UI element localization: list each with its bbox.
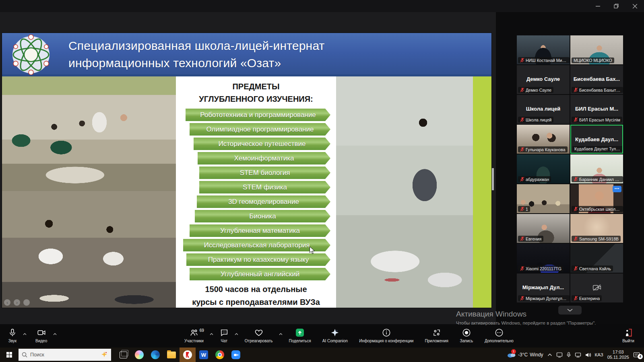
slideshow-nav-controls: ‹ ›: [4, 299, 30, 306]
participant-name-tile[interactable]: БИЛ Ерасыл М...БИЛ Ерасыл Мүсілім: [570, 95, 623, 124]
subject-arrow: 3D геомоделирование: [197, 195, 330, 208]
participant-video-tile[interactable]: Евгения: [517, 214, 570, 243]
toolbar-video-chevron[interactable]: [53, 330, 57, 337]
participant-video-tile[interactable]: 1: [517, 184, 570, 213]
taskbar-weather[interactable]: 1 -3°C Windy: [507, 352, 543, 358]
participant-name: Кудабаев Даул...: [571, 136, 622, 142]
toolbar-audio-chevron[interactable]: [23, 330, 27, 337]
restore-button[interactable]: [607, 0, 625, 12]
participant-name-tile[interactable]: Бисенбаева Бах...Бисенбаева Бахытгуль: [570, 65, 623, 94]
participant-video-tile[interactable]: •••Октябрьская школа,...: [570, 184, 623, 213]
taskbar-app-file-explorer[interactable]: [163, 348, 180, 362]
taskbar-app-edge[interactable]: [147, 348, 163, 362]
participant-name-tile[interactable]: Кудабаев Даул...Кудабаев Даулет Тулеу...: [570, 125, 623, 154]
participant-label: Кудабаев Даулет Тулеу...: [572, 146, 623, 152]
muted-mic-icon: [520, 266, 524, 271]
taskbar-search-box[interactable]: Поиск: [19, 349, 111, 361]
minimize-button[interactable]: [588, 0, 607, 12]
toolbar-chat-chevron[interactable]: [235, 330, 238, 337]
participant-video-tile[interactable]: МЦИОКО МЦИОКО: [570, 35, 623, 64]
participant-name-tile[interactable]: Демко СаулеДемко Сауле: [517, 65, 570, 94]
toolbar-chat-button[interactable]: Чат: [217, 324, 236, 346]
muted-mic-icon: [520, 87, 524, 93]
taskbar-app-zoom-app[interactable]: [228, 348, 244, 362]
taskbar-app-chrome[interactable]: [212, 348, 228, 362]
toolbar-audio-button[interactable]: Звук: [6, 324, 24, 346]
taskbar-app-word[interactable]: [196, 348, 212, 362]
subject-arrow: Углубленный английский: [190, 268, 330, 280]
toolbar-react-button[interactable]: Отреагировать: [242, 324, 280, 346]
participant-video-tile[interactable]: Xiaomi 2201117TG: [517, 244, 570, 273]
toolbar-more-button[interactable]: Дополнительно: [482, 324, 516, 346]
participant-name: Школа лицей: [517, 106, 570, 112]
participants-panel: НИШ Костанай Мии...МЦИОКО МЦИОКОДемко Са…: [496, 12, 644, 324]
close-button[interactable]: [625, 0, 644, 12]
participant-label-text: Евгения: [526, 237, 541, 241]
slide-next-button[interactable]: ›: [14, 299, 20, 306]
chrome-icon: [215, 350, 224, 359]
slide-prev-button[interactable]: ‹: [4, 299, 10, 306]
toolbar-apps-button[interactable]: Приложения: [422, 324, 451, 346]
toolbar-participants-label: Участники: [184, 339, 204, 343]
toolbar-info-button[interactable]: Информация о конференции: [357, 324, 416, 346]
participant-label: Октябрьская школа,...: [572, 206, 623, 212]
participant-label-text: Міржақып Дулатұлы...: [526, 296, 568, 301]
participant-video-tile[interactable]: Светлана Кайль: [570, 244, 623, 273]
participant-label: Бисенбаева Бахытгуль: [572, 87, 623, 93]
participant-label-text: БИЛ Ерасыл Мүсілім: [579, 117, 620, 122]
participant-label-text: МЦИОКО МЦИОКО: [574, 58, 612, 63]
participant-label-text: Школа лицей: [526, 117, 551, 122]
shared-screen-area: Специализированная школа-лицей-интернат …: [0, 12, 644, 324]
toolbar-ai-button[interactable]: AI Companion: [320, 324, 350, 346]
participant-name-tile[interactable]: Школа лицейШкола лицей: [517, 95, 570, 124]
muted-mic-icon: [574, 206, 578, 212]
participant-video-tile[interactable]: Баранник Даниил Кр...: [570, 154, 623, 183]
chevron-down-icon: [567, 309, 573, 312]
toolbar-video-button[interactable]: Видео: [33, 324, 54, 346]
notification-center-button[interactable]: 4: [633, 352, 640, 358]
participant-video-tile[interactable]: Гульнара Кауканова: [517, 125, 570, 154]
participant-label-text: НИШ Костанай Мии...: [526, 58, 568, 63]
toolbar-participants-chevron[interactable]: [210, 330, 213, 337]
toolbar-participants-button[interactable]: 69Участники: [182, 324, 211, 346]
slide-body: ПРЕДМЕТЫ УГЛУБЛЕННОГО ИЗУЧЕНИЯ: Робототе…: [2, 76, 491, 308]
subjects-column: ПРЕДМЕТЫ УГЛУБЛЕННОГО ИЗУЧЕНИЯ: Робототе…: [176, 76, 336, 308]
participant-camera-off-tile[interactable]: Екатерина: [570, 274, 623, 302]
tray-microphone-icon[interactable]: [567, 352, 571, 358]
slide-pen-button[interactable]: [23, 299, 30, 306]
taskbar-app-task-view[interactable]: [115, 348, 131, 362]
shared-screen-scrollbar[interactable]: [492, 168, 494, 190]
participant-name-tile[interactable]: Міржақып Дул...Міржақып Дулатұлы...: [517, 274, 570, 302]
toolbar-react-chevron[interactable]: [279, 330, 283, 337]
start-button[interactable]: [0, 348, 19, 362]
toolbar-left-group: ЗвукВидео: [6, 324, 54, 346]
muted-mic-icon: [520, 117, 524, 122]
taskbar-app-yandex-browser[interactable]: [180, 348, 196, 362]
muted-mic-icon: [520, 147, 524, 152]
tray-volume-icon[interactable]: [585, 352, 591, 358]
tile-more-button[interactable]: •••: [613, 186, 621, 192]
keyboard-language[interactable]: КАЗ: [595, 352, 603, 357]
search-placeholder: Поиск: [30, 352, 98, 358]
participant-video-tile[interactable]: абдурахман: [517, 154, 570, 183]
subjects-heading: ПРЕДМЕТЫ УГЛУБЛЕННОГО ИЗУЧЕНИЯ:: [182, 80, 330, 105]
slide-header: Специализированная школа-лицей-интернат …: [2, 33, 491, 76]
tray-network-icon[interactable]: [575, 352, 581, 358]
toolbar-leave-button[interactable]: Выйти: [619, 324, 638, 346]
clock-date: 05.11.2025: [607, 355, 629, 360]
participant-video-tile[interactable]: НИШ Костанай Мии...: [517, 35, 570, 64]
tray-screencast-icon[interactable]: [556, 352, 563, 358]
taskbar-clock[interactable]: 17:03 05.11.2025: [607, 350, 629, 360]
system-tray: 1 -3°C Windy КАЗ 17:03 05.11.2025 4: [507, 350, 644, 360]
participant-video-tile[interactable]: Samsung SM-S918B: [570, 214, 623, 243]
taskbar-app-copilot[interactable]: [131, 348, 147, 362]
toolbar-right-group: Выйти: [619, 324, 638, 346]
muted-mic-icon: [574, 117, 578, 122]
toolbar-share-button[interactable]: Поделиться: [287, 324, 314, 346]
toolbar-record-button[interactable]: Запись: [457, 324, 476, 346]
muted-mic-icon: [574, 236, 578, 241]
collapse-panel-button[interactable]: [558, 306, 582, 315]
tray-expand-button[interactable]: [547, 353, 552, 356]
edge-icon: [151, 350, 160, 359]
participant-label-text: Гульнара Кауканова: [526, 147, 566, 152]
